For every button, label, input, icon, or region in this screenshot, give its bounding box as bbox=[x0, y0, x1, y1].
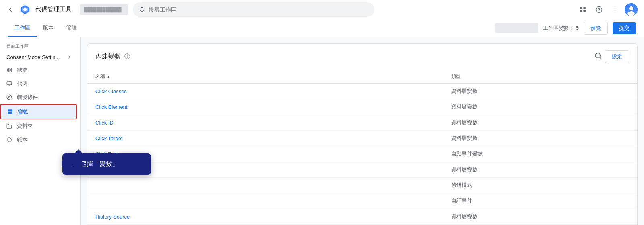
table-row: 偵錯模式 bbox=[87, 178, 637, 193]
cell-name[interactable]: Click Classes bbox=[95, 88, 451, 94]
sidebar-item-template[interactable]: 範本 bbox=[0, 133, 77, 147]
svg-point-10 bbox=[615, 7, 615, 8]
card-header: 內建變數 ⓘ 設定 bbox=[87, 44, 637, 70]
account-badge: ████████████ bbox=[80, 4, 128, 15]
search-icon bbox=[139, 6, 145, 13]
tab-workspace[interactable]: 工作區 bbox=[8, 19, 37, 37]
svg-point-15 bbox=[627, 11, 635, 16]
svg-rect-17 bbox=[10, 68, 11, 70]
sidebar-item-label-folder: 資料夾 bbox=[17, 123, 33, 130]
tab-admin[interactable]: 管理 bbox=[60, 19, 83, 37]
main-layout: 目前工作區 Consent Mode Settin... › 總覽 代碼 bbox=[0, 37, 644, 225]
svg-rect-26 bbox=[10, 112, 12, 114]
sidebar-item-folder[interactable]: 資料夾 bbox=[0, 119, 77, 133]
template-icon bbox=[6, 137, 12, 143]
settings-button[interactable]: 設定 bbox=[605, 50, 629, 63]
cell-type: 偵錯模式 bbox=[451, 182, 629, 189]
grid-icon-button[interactable] bbox=[576, 3, 589, 16]
svg-rect-6 bbox=[580, 10, 582, 12]
cell-name[interactable]: History Source bbox=[95, 214, 451, 220]
table-row: 自訂事件 bbox=[87, 193, 637, 209]
submit-button[interactable]: 提交 bbox=[613, 22, 636, 34]
svg-rect-25 bbox=[8, 112, 10, 114]
table-body: Click Classes 資料層變數 Click Element 資料層變數 … bbox=[87, 84, 637, 225]
cell-type: 資料層變數 bbox=[451, 88, 629, 95]
topbar-right-actions bbox=[576, 3, 638, 16]
svg-point-14 bbox=[629, 6, 633, 10]
cell-type: 資料層變數 bbox=[451, 135, 629, 142]
help-icon-button[interactable] bbox=[592, 3, 605, 16]
sidebar-section-label: 目前工作區 bbox=[0, 40, 80, 51]
back-button[interactable] bbox=[6, 6, 14, 14]
cell-type: 資料層變數 bbox=[451, 119, 629, 126]
avatar[interactable] bbox=[625, 3, 638, 16]
workspace-count-label: 工作區變數： 5 bbox=[543, 25, 579, 32]
svg-rect-19 bbox=[10, 70, 11, 72]
cell-type: 資料層變數 bbox=[451, 166, 629, 173]
svg-rect-20 bbox=[7, 82, 12, 85]
overview-icon bbox=[6, 67, 12, 73]
col-header-type: 類型 bbox=[451, 73, 629, 80]
preview-button[interactable]: 預覽 bbox=[584, 22, 608, 35]
variable-icon bbox=[7, 109, 13, 115]
sidebar-item-trigger[interactable]: 觸發條件 bbox=[0, 90, 77, 104]
cell-name[interactable]: Click ID bbox=[95, 120, 451, 126]
sidebar-workspace[interactable]: Consent Mode Settin... › bbox=[0, 51, 77, 63]
table-row: History Source 資料層變數 bbox=[87, 209, 637, 225]
cell-type: 資料層變數 bbox=[451, 213, 629, 220]
annotation-bubble: (1) 選擇「變數」 bbox=[62, 153, 151, 175]
svg-rect-7 bbox=[584, 10, 586, 12]
search-input[interactable] bbox=[149, 6, 368, 13]
trigger-icon bbox=[6, 94, 12, 100]
grid-icon bbox=[579, 6, 586, 13]
cell-type: 自動事件變數 bbox=[451, 150, 629, 158]
sidebar-item-variable[interactable]: 變數 bbox=[0, 104, 77, 119]
svg-point-9 bbox=[599, 11, 599, 11]
cell-type: 自訂事件 bbox=[451, 197, 629, 205]
svg-point-3 bbox=[140, 7, 144, 11]
table-row: Click Classes 資料層變數 bbox=[87, 84, 637, 99]
tab-version[interactable]: 版本 bbox=[37, 19, 60, 37]
workspace-badge bbox=[495, 22, 538, 33]
table-row: Click ID 資料層變數 bbox=[87, 115, 637, 131]
sidebar-item-label-variable: 變數 bbox=[18, 108, 28, 115]
content-area: 內建變數 ⓘ 設定 名稱 ▲ 類型 bbox=[80, 37, 644, 225]
app-title: 代碼管理工具 bbox=[35, 6, 72, 13]
sidebar-item-label-code: 代碼 bbox=[17, 80, 27, 87]
sidebar-item-label-trigger: 觸發條件 bbox=[17, 94, 38, 101]
sidebar-item-label-template: 範本 bbox=[17, 136, 27, 143]
app-logo bbox=[19, 4, 31, 15]
sidebar-workspace-name: Consent Mode Settin... bbox=[6, 54, 65, 60]
secondary-nav: 工作區 版本 管理 工作區變數： 5 預覽 提交 bbox=[0, 19, 644, 37]
table-row: Click Element 資料層變數 bbox=[87, 99, 637, 115]
folder-icon bbox=[6, 123, 12, 129]
nav-right-actions: 工作區變數： 5 預覽 提交 bbox=[495, 22, 636, 35]
cell-name[interactable]: Click Target bbox=[95, 135, 451, 141]
more-icon-button[interactable] bbox=[609, 3, 621, 16]
sidebar-item-code[interactable]: 代碼 bbox=[0, 77, 77, 90]
table-row: 資料層變數 bbox=[87, 162, 637, 178]
svg-point-21 bbox=[7, 95, 12, 100]
sidebar-item-overview[interactable]: 總覽 bbox=[0, 63, 77, 77]
nav-tabs: 工作區 版本 管理 bbox=[8, 19, 83, 37]
search-bar[interactable] bbox=[133, 2, 374, 17]
search-icon-button[interactable] bbox=[594, 52, 602, 61]
svg-point-11 bbox=[615, 9, 615, 10]
content-card: 內建變數 ⓘ 設定 名稱 ▲ 類型 bbox=[87, 43, 638, 225]
sort-icon: ▲ bbox=[107, 74, 111, 79]
cell-name[interactable]: Click Element bbox=[95, 104, 451, 110]
sidebar-item-label-overview: 總覽 bbox=[17, 66, 27, 74]
more-icon bbox=[611, 6, 619, 13]
svg-rect-4 bbox=[580, 7, 582, 9]
chevron-right-icon: › bbox=[68, 53, 70, 61]
svg-point-27 bbox=[7, 138, 12, 142]
svg-rect-5 bbox=[584, 7, 586, 9]
svg-point-28 bbox=[595, 53, 600, 58]
table-row: Click Target 資料層變數 bbox=[87, 131, 637, 146]
svg-rect-23 bbox=[8, 109, 10, 111]
info-icon: ⓘ bbox=[124, 53, 130, 60]
table-row: Click Text 自動事件變數 bbox=[87, 146, 637, 162]
card-header-right: 設定 bbox=[594, 50, 629, 63]
cell-type: 資料層變數 bbox=[451, 103, 629, 110]
help-icon bbox=[595, 6, 603, 13]
